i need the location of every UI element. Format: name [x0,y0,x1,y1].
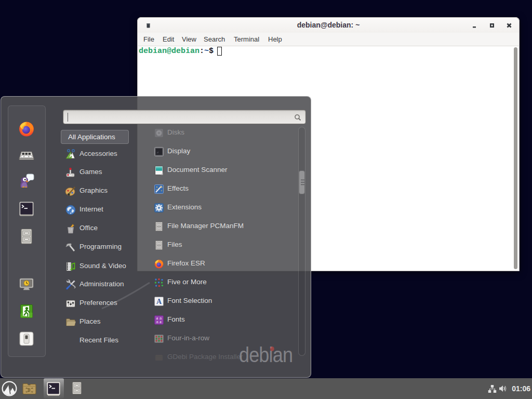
svg-text:A: A [156,298,162,305]
